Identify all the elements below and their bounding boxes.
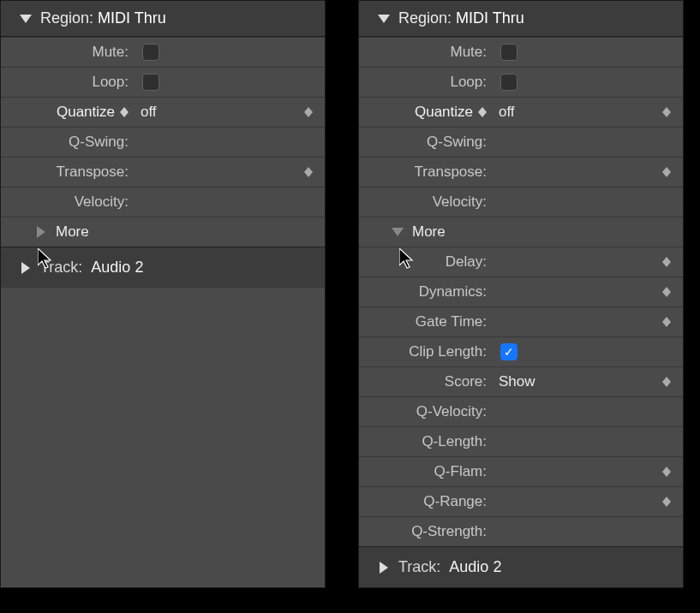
qswing-value[interactable] [134,128,316,157]
svg-marker-7 [37,226,45,238]
loop-checkbox[interactable] [142,74,159,91]
track-label: Track: [40,259,82,277]
disclosure-triangle-down-icon[interactable] [376,15,392,23]
dynamics-label: Dynamics: [359,283,492,301]
cliplength-label: Clip Length: [359,343,492,360]
mute-checkbox[interactable] [500,44,518,61]
more-toggle[interactable]: More [359,217,683,247]
velocity-value[interactable] [492,187,674,217]
track-value: Audio 2 [91,259,143,277]
track-header[interactable]: Track: Audio 2 [1,247,325,288]
qflam-value[interactable] [492,457,674,486]
svg-marker-29 [380,562,388,574]
delay-value[interactable] [492,247,674,277]
svg-marker-13 [662,112,671,117]
mute-row: Mute: [1,37,325,67]
quantize-label[interactable]: Quantize [359,104,492,121]
stepper-icon[interactable] [304,167,313,177]
svg-marker-4 [304,112,313,117]
loop-row: Loop: [1,67,325,97]
qswing-value[interactable] [492,128,674,157]
more-label: More [412,223,446,241]
qswing-row: Q-Swing: [1,127,325,157]
loop-label: Loop: [359,74,492,91]
svg-marker-15 [662,172,671,177]
quantize-label[interactable]: Quantize [1,104,134,121]
qvelocity-value[interactable] [492,397,674,426]
region-label: Region: [398,9,452,27]
qstrength-value[interactable] [492,517,674,546]
stepper-icon[interactable] [662,167,671,177]
region-name: MIDI Thru [456,9,524,27]
sort-icon[interactable] [120,107,129,117]
svg-marker-2 [120,112,129,117]
transpose-row: Transpose: [1,157,325,187]
transpose-value[interactable] [134,158,316,187]
disclosure-triangle-down-icon[interactable] [18,15,33,23]
stepper-icon[interactable] [662,317,671,327]
qlength-row: Q-Length: [359,426,683,456]
mute-label: Mute: [359,44,492,61]
more-label: More [56,223,89,241]
loop-checkbox[interactable] [500,74,518,91]
dynamics-value[interactable] [492,277,674,306]
gatetime-row: Gate Time: [359,306,683,336]
quantize-row: Quantize off [359,97,683,127]
transpose-label: Transpose: [359,164,492,181]
stepper-icon[interactable] [662,257,671,267]
transpose-row: Transpose: [359,157,683,187]
stepper-icon[interactable] [662,377,671,387]
region-header[interactable]: Region: MIDI Thru [359,1,683,37]
disclosure-triangle-right-icon[interactable] [18,262,33,274]
dynamics-row: Dynamics: [359,277,683,306]
gatetime-label: Gate Time: [359,313,492,330]
stepper-icon[interactable] [662,497,671,507]
qswing-label: Q-Swing: [1,134,134,151]
stepper-icon[interactable] [662,467,671,477]
stepper-icon[interactable] [662,287,671,297]
velocity-row: Velocity: [359,187,683,217]
svg-marker-8 [21,262,30,274]
transpose-label: Transpose: [1,164,134,181]
svg-marker-6 [304,172,313,177]
region-inspector-collapsed: Region: MIDI Thru Mute: Loop: Quantize o… [0,0,326,588]
mute-checkbox[interactable] [142,44,159,61]
qrange-row: Q-Range: [359,486,683,516]
stepper-icon[interactable] [304,107,313,117]
region-inspector-expanded: Region: MIDI Thru Mute: Loop: Quantize o… [358,0,684,588]
disclosure-triangle-right-icon[interactable] [33,226,49,238]
svg-marker-0 [20,15,32,23]
track-label: Track: [398,558,440,576]
gatetime-value[interactable] [492,307,674,336]
score-value[interactable]: Show [492,367,674,396]
more-toggle[interactable]: More [1,217,325,247]
qswing-label: Q-Swing: [359,134,492,151]
qlength-value[interactable] [492,427,674,456]
velocity-value[interactable] [134,187,316,217]
svg-marker-20 [662,292,671,297]
qvelocity-label: Q-Velocity: [359,403,492,420]
quantize-value[interactable]: off [492,98,674,127]
disclosure-triangle-right-icon[interactable] [376,562,392,574]
track-value: Audio 2 [449,558,501,576]
score-row: Score: Show [359,366,683,396]
cliplength-checkbox[interactable]: ✓ [500,343,518,360]
stepper-icon[interactable] [662,107,671,117]
velocity-label: Velocity: [1,193,134,211]
svg-marker-24 [662,382,671,387]
quantize-value[interactable]: off [134,98,316,127]
delay-row: Delay: [359,247,683,277]
delay-label: Delay: [359,253,492,271]
loop-label: Loop: [1,74,134,91]
velocity-label: Velocity: [359,193,492,211]
track-header[interactable]: Track: Audio 2 [359,546,683,587]
mute-label: Mute: [1,44,134,61]
qrange-value[interactable] [492,487,674,516]
transpose-value[interactable] [492,158,674,187]
qstrength-row: Q-Strength: [359,516,683,546]
svg-marker-18 [662,262,671,267]
loop-row: Loop: [359,67,683,97]
region-header[interactable]: Region: MIDI Thru [1,1,325,37]
disclosure-triangle-down-icon[interactable] [390,228,405,236]
sort-icon[interactable] [478,107,487,117]
